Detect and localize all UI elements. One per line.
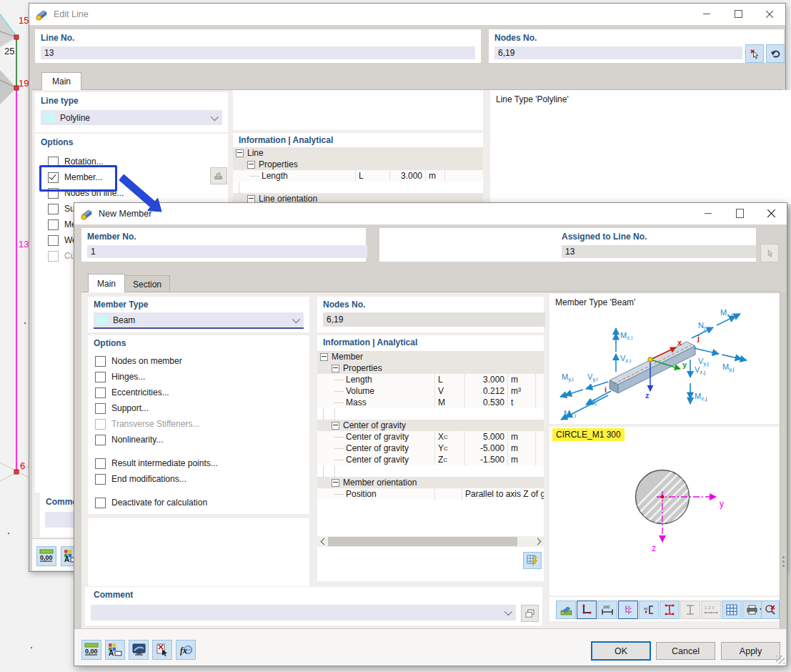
tree-row-position: Position Parallel to axis Z of g bbox=[317, 488, 544, 500]
maximize-button[interactable] bbox=[724, 203, 755, 224]
close-button[interactable] bbox=[755, 203, 787, 224]
collapse-icon[interactable] bbox=[247, 195, 255, 203]
grid-dot-3 bbox=[31, 647, 32, 648]
member-type-group: Member Type Beam bbox=[88, 297, 309, 332]
copy-comment-button[interactable] bbox=[521, 605, 539, 622]
collapse-icon[interactable] bbox=[236, 149, 244, 157]
resize-grip[interactable] bbox=[776, 656, 785, 664]
tree-row-properties[interactable]: Properties bbox=[233, 159, 483, 170]
node-15[interactable] bbox=[14, 35, 19, 39]
scrollbar-thumb[interactable] bbox=[328, 537, 517, 546]
zoom-reset-button[interactable] bbox=[761, 601, 780, 619]
line-type-dropdown[interactable]: Polyline bbox=[41, 110, 222, 125]
collapse-icon[interactable] bbox=[332, 479, 339, 487]
minimize-button[interactable] bbox=[692, 203, 724, 224]
checkbox-icon[interactable] bbox=[95, 458, 106, 469]
grid-table-button[interactable] bbox=[722, 601, 742, 619]
svg-text:i: i bbox=[605, 385, 607, 394]
info-horizontal-scrollbar[interactable] bbox=[317, 536, 544, 547]
formula-icon: fx bbox=[179, 643, 193, 656]
panel-splitter[interactable] bbox=[780, 292, 787, 628]
checkbox-icon[interactable] bbox=[95, 356, 106, 367]
node-6[interactable] bbox=[14, 470, 19, 474]
dimensions-button[interactable]: 100 bbox=[597, 601, 617, 619]
tab-section[interactable]: Section bbox=[124, 275, 170, 292]
scroll-left-arrow[interactable] bbox=[317, 536, 328, 547]
render-view-button[interactable] bbox=[556, 601, 576, 619]
collapse-icon[interactable] bbox=[332, 422, 339, 430]
shear-center-button[interactable]: sc bbox=[639, 601, 659, 619]
apply-button[interactable]: Apply bbox=[721, 642, 780, 660]
option-end-modifications[interactable]: End modifications... bbox=[95, 472, 186, 486]
checkbox-icon[interactable] bbox=[48, 204, 59, 214]
maximize-button[interactable] bbox=[722, 4, 754, 24]
svg-text:j: j bbox=[697, 334, 700, 342]
undo-button[interactable] bbox=[766, 44, 785, 63]
checkbox-icon[interactable] bbox=[48, 235, 59, 246]
close-button[interactable] bbox=[754, 4, 785, 24]
edit-line-tab-main[interactable]: Main bbox=[41, 72, 81, 90]
chevron-down-icon bbox=[504, 608, 512, 616]
svg-text:sc: sc bbox=[644, 606, 648, 611]
svg-text:x: x bbox=[677, 338, 682, 347]
section-axes-button[interactable] bbox=[618, 601, 638, 619]
render-mode-button[interactable] bbox=[129, 640, 149, 660]
option-support[interactable]: Support... bbox=[95, 401, 149, 415]
checkbox-icon[interactable] bbox=[48, 219, 59, 230]
tree-row-properties[interactable]: Properties bbox=[317, 362, 544, 374]
checkbox-icon[interactable] bbox=[95, 372, 106, 382]
select-nodes-button[interactable] bbox=[745, 44, 764, 63]
reset-defaults-button[interactable] bbox=[152, 640, 172, 660]
node-label-19: 19 bbox=[19, 78, 29, 89]
collapse-icon[interactable] bbox=[247, 161, 255, 169]
numbering-icon: 1 2 3 bbox=[704, 604, 718, 616]
option-deactivate-for-calculation[interactable]: Deactivate for calculation bbox=[95, 495, 207, 510]
tree-row-length: Length L 3.000 m bbox=[317, 374, 544, 385]
ok-button[interactable]: OK bbox=[591, 641, 651, 661]
line-no-label: Line No. bbox=[41, 33, 74, 43]
checkbox-icon[interactable] bbox=[95, 498, 106, 508]
decimal-places-button[interactable]: 0,00 bbox=[81, 640, 101, 660]
stress-points-button[interactable] bbox=[660, 601, 680, 619]
tree-row-member-orientation[interactable]: Member orientation bbox=[317, 477, 544, 488]
tree-row-line[interactable]: Line bbox=[233, 147, 483, 159]
minimize-button[interactable] bbox=[691, 4, 722, 24]
line-type-label: Line type bbox=[41, 96, 79, 106]
section-points-button[interactable] bbox=[577, 601, 597, 619]
info-header: Information | Analytical bbox=[239, 135, 333, 145]
tree-row-member[interactable]: Member bbox=[317, 351, 544, 362]
member-info-tree: Member Properties Length L 3.000 m Volum… bbox=[317, 351, 544, 501]
line-no-input[interactable]: 13 bbox=[41, 46, 475, 59]
option-eccentricities[interactable]: Eccentricities... bbox=[95, 385, 169, 400]
checkbox-icon[interactable] bbox=[95, 435, 106, 445]
comment-label: Comment bbox=[94, 590, 133, 600]
checkbox-icon[interactable] bbox=[95, 403, 106, 414]
edit-in-table-button[interactable] bbox=[523, 552, 542, 569]
tree-row-cog-x: Center of gravity XC 5.000 m bbox=[317, 431, 544, 443]
tree-row-center-of-gravity[interactable]: Center of gravity bbox=[317, 420, 544, 431]
nodes-no-input[interactable]: 6,19 bbox=[494, 46, 742, 59]
new-member-titlebar[interactable]: New Member bbox=[74, 203, 787, 224]
decimal-places-button[interactable]: 0,00 bbox=[36, 546, 56, 566]
collapse-icon[interactable] bbox=[332, 365, 339, 372]
option-result-intermediate-points[interactable]: Result intermediate points... bbox=[95, 456, 218, 470]
edit-line-titlebar[interactable]: Edit Line bbox=[29, 4, 785, 25]
tab-main[interactable]: Main bbox=[88, 274, 125, 292]
section-toolbar: 100 sc bbox=[549, 597, 780, 621]
cancel-button[interactable]: Cancel bbox=[656, 642, 715, 660]
display-properties-icon: A bbox=[108, 643, 122, 657]
option-hinges[interactable]: Hinges... bbox=[95, 370, 145, 384]
checkbox-icon[interactable] bbox=[95, 387, 106, 398]
scroll-right-arrow[interactable] bbox=[533, 536, 544, 547]
comment-combobox[interactable] bbox=[91, 605, 516, 621]
display-properties-button[interactable]: A bbox=[105, 640, 125, 660]
formula-button[interactable]: fx bbox=[176, 640, 196, 660]
member-no-input[interactable]: 1 bbox=[87, 245, 367, 258]
tree-row-volume: Volume V 0.212 m³ bbox=[317, 385, 544, 397]
collapse-icon[interactable] bbox=[320, 353, 328, 361]
option-nodes-on-member[interactable]: Nodes on member bbox=[95, 354, 182, 368]
grid-dot-2 bbox=[8, 533, 9, 534]
member-type-dropdown[interactable]: Beam bbox=[94, 312, 304, 327]
option-nonlinearity[interactable]: Nonlinearity... bbox=[95, 433, 163, 447]
checkbox-icon[interactable] bbox=[95, 474, 106, 485]
